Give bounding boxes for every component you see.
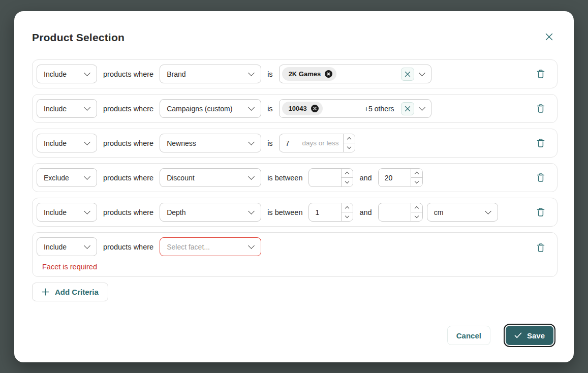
stepper: [411, 203, 422, 221]
value-input[interactable]: [280, 134, 302, 152]
stepper-down-button[interactable]: [411, 212, 422, 221]
chevron-up-icon: [414, 206, 418, 210]
trash-icon: [536, 242, 546, 253]
mode-select[interactable]: Exclude: [37, 168, 97, 187]
chevron-up-icon: [345, 172, 349, 176]
criteria-row: Include products where Newness is days o…: [32, 129, 558, 158]
tag-remove-icon: [325, 70, 332, 78]
value-stepper-field: days or less: [279, 134, 355, 152]
stepper: [411, 169, 422, 186]
facet-select[interactable]: Newness: [160, 134, 261, 152]
delete-criteria-button[interactable]: [535, 68, 547, 80]
criteria-row: Include products where Campaigns (custom…: [32, 94, 558, 123]
chevron-down-icon: [84, 104, 90, 111]
value-multiselect[interactable]: 10043 +5 others: [279, 99, 431, 118]
stepper: [341, 203, 353, 221]
criteria-list: Include products where Brand is 2K Games: [14, 44, 574, 301]
chevron-down-icon: [248, 70, 255, 76]
check-icon: [514, 332, 522, 338]
mode-select-value: Exclude: [44, 174, 69, 182]
clear-selection-button[interactable]: [401, 68, 414, 81]
max-stepper-field: [378, 168, 423, 187]
max-input[interactable]: [379, 203, 411, 221]
facet-select[interactable]: Depth: [160, 203, 261, 222]
min-input[interactable]: [309, 169, 341, 186]
facet-select-value: Brand: [167, 70, 185, 78]
stepper-up-button[interactable]: [344, 134, 355, 143]
mode-select[interactable]: Include: [37, 65, 97, 83]
cancel-label: Cancel: [456, 331, 481, 340]
condition-label: is between: [267, 208, 302, 216]
chevron-down-icon: [485, 208, 491, 214]
mode-select[interactable]: Include: [37, 237, 97, 256]
delete-criteria-button[interactable]: [535, 137, 547, 149]
delete-criteria-button[interactable]: [535, 102, 547, 115]
chevron-down-icon: [248, 173, 255, 180]
delete-criteria-button[interactable]: [535, 206, 547, 219]
chevron-down-icon: [84, 208, 90, 214]
products-where-label: products where: [103, 208, 153, 216]
stepper-down-button[interactable]: [342, 177, 353, 186]
criteria-row: Include products where Select facet... F…: [32, 232, 558, 277]
products-where-label: products where: [103, 243, 153, 251]
delete-criteria-button[interactable]: [535, 171, 547, 184]
min-input[interactable]: [309, 203, 341, 221]
mode-select[interactable]: Include: [37, 203, 97, 222]
chevron-down-icon: [248, 139, 255, 145]
facet-select-placeholder: Select facet...: [167, 243, 210, 251]
products-where-label: products where: [103, 139, 153, 147]
stepper-down-button[interactable]: [344, 143, 355, 152]
delete-criteria-button[interactable]: [535, 241, 547, 254]
save-label: Save: [527, 331, 545, 340]
facet-select[interactable]: Select facet...: [160, 237, 261, 256]
products-where-label: products where: [103, 105, 153, 113]
stepper-up-button[interactable]: [342, 203, 353, 212]
mode-select-value: Include: [44, 243, 67, 251]
trash-icon: [536, 138, 546, 148]
chevron-down-icon: [419, 104, 425, 111]
tag-remove-button[interactable]: [325, 70, 332, 78]
stepper-down-button[interactable]: [342, 212, 353, 221]
mode-select[interactable]: Include: [37, 134, 97, 152]
plus-icon: [42, 288, 49, 296]
stepper-down-button[interactable]: [411, 177, 422, 186]
facet-select-value: Campaigns (custom): [167, 105, 232, 113]
stepper-up-button[interactable]: [411, 169, 422, 177]
screen: { "colors": { "backdrop": "#485150", "ac…: [0, 0, 588, 373]
close-button[interactable]: [543, 30, 555, 43]
value-multiselect[interactable]: 2K Games: [279, 65, 431, 83]
chevron-up-icon: [414, 172, 418, 176]
trash-icon: [536, 69, 546, 79]
facet-select[interactable]: Campaigns (custom): [160, 99, 261, 118]
tag-remove-button[interactable]: [311, 105, 319, 112]
save-button[interactable]: Save: [506, 326, 553, 345]
chevron-down-icon: [84, 139, 90, 145]
stepper: [341, 169, 353, 186]
products-where-label: products where: [103, 70, 153, 78]
condition-label: is between: [267, 174, 302, 182]
facet-select[interactable]: Brand: [160, 65, 261, 83]
add-criteria-button[interactable]: Add Criteria: [32, 283, 108, 301]
facet-select[interactable]: Discount: [160, 168, 261, 187]
condition-label: is: [267, 70, 272, 78]
facet-error-message: Facet is required: [42, 263, 552, 271]
facet-select-value: Discount: [167, 174, 194, 182]
selected-tag: 2K Games: [282, 67, 337, 81]
products-where-label: products where: [103, 174, 153, 182]
min-stepper-field: [308, 203, 353, 222]
unit-select[interactable]: cm: [427, 203, 498, 222]
chevron-down-icon: [84, 70, 90, 76]
stepper-up-button[interactable]: [411, 203, 422, 212]
mode-select-value: Include: [44, 105, 67, 113]
mode-select[interactable]: Include: [37, 99, 97, 118]
condition-label: is: [267, 105, 272, 113]
cancel-button[interactable]: Cancel: [447, 326, 490, 345]
chevron-down-icon: [248, 208, 255, 214]
chevron-down-icon: [248, 104, 255, 111]
clear-selection-button[interactable]: [401, 102, 414, 115]
stepper-up-button[interactable]: [342, 169, 353, 177]
criteria-row: Include products where Brand is 2K Games: [32, 59, 558, 88]
modal-footer: Cancel Save: [447, 324, 555, 347]
criteria-row: Include products where Depth is between …: [32, 198, 558, 227]
max-input[interactable]: [379, 169, 411, 186]
